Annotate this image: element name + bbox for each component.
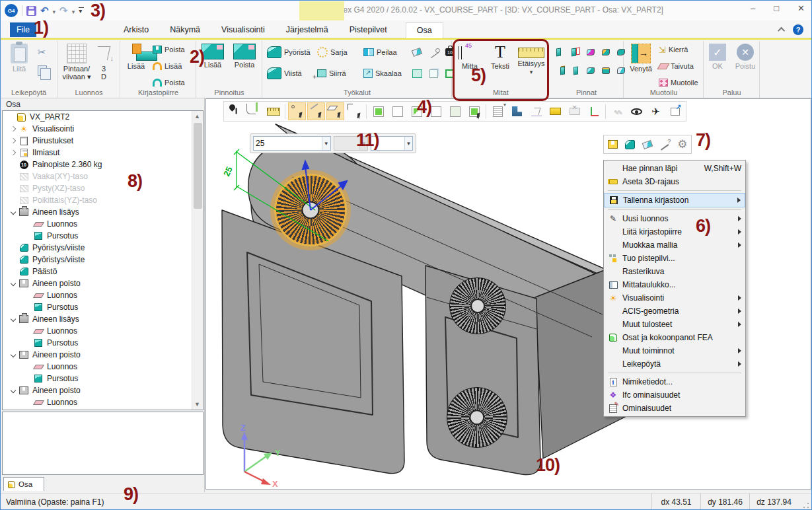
menu-item-hae-pinnan-lapi[interactable]: Hae pinnan läpiW,Shift+W (604, 162, 745, 175)
coating-remove-button[interactable]: Poista (230, 44, 259, 69)
tree-item[interactable]: Pyöristys/viiste (3, 242, 203, 254)
tree-item[interactable]: Pursotus (3, 373, 203, 384)
image-tool-button[interactable] (412, 67, 422, 79)
library-add-button[interactable]: Lisää (153, 60, 182, 72)
model-viewport[interactable]: 25 ▾ (205, 98, 811, 490)
sketch-3d-button[interactable]: 3D (91, 44, 116, 81)
menu-item-ifc-ominaisuudet[interactable]: Ifc ominaisuudet (604, 388, 745, 402)
menu-item-leikepoyta[interactable]: Leikepöytä (604, 357, 745, 371)
maximize-button[interactable]: □ (774, 3, 779, 13)
close-button[interactable]: ✕ (797, 3, 805, 13)
menu-item-aseta-3d-rajaus[interactable]: Aseta 3D-rajaus (604, 175, 745, 188)
redo-button[interactable] (59, 5, 68, 17)
tree-item[interactable]: Luonnos (3, 361, 203, 373)
expander-icon[interactable] (8, 139, 18, 143)
knurled-boss[interactable] (447, 387, 507, 448)
save-button[interactable] (26, 6, 36, 16)
menu-item-muut-toiminnot[interactable]: Muut toiminnot (604, 344, 745, 357)
tree-item[interactable]: Luonnos (3, 325, 203, 337)
surface-icon-9[interactable] (601, 65, 611, 76)
expander-icon[interactable] (8, 127, 18, 131)
dimension-value-input[interactable] (254, 139, 322, 148)
menu-item-acis-geometria[interactable]: ACIS-geometria (604, 305, 745, 318)
tree-item[interactable]: Aineen poisto (3, 349, 203, 361)
fillet-icon[interactable] (623, 137, 638, 152)
dimension-value-combo[interactable]: ▼ (253, 136, 331, 151)
minimize-button[interactable]: – (751, 3, 755, 13)
menu-item-uusi-luonnos[interactable]: Uusi luonnos (604, 212, 745, 225)
tree-item[interactable]: Pysty(XZ)-taso (3, 182, 203, 194)
menu-item-liita-kirjastopiirre[interactable]: Liitä kirjastopiirre (604, 225, 745, 238)
measure-tool-button[interactable] (429, 46, 440, 58)
tree-item[interactable]: Visualisointi (3, 123, 203, 135)
ok-button[interactable]: ✓ OK (706, 44, 729, 70)
eraser-icon[interactable] (640, 137, 655, 152)
knurled-boss-highlighted[interactable] (274, 174, 347, 246)
erase-tool-button[interactable] (412, 46, 422, 58)
distance-button[interactable]: Etäisyys (515, 44, 548, 75)
app-logo-icon[interactable]: G4 (5, 4, 18, 17)
tree-item[interactable]: Luonnos (3, 396, 203, 408)
chevron-down-icon[interactable]: ▼ (322, 137, 330, 150)
redo-dropdown-icon[interactable] (72, 5, 75, 17)
tab-visualisointi[interactable]: Visualisointi (211, 22, 276, 38)
wirecube-tool-button[interactable] (429, 67, 438, 79)
tree-item[interactable]: Pursotus (3, 337, 203, 349)
tree-item[interactable]: Päästö (3, 266, 203, 277)
surface-icon-7[interactable] (570, 65, 581, 76)
remove-material-icon[interactable] (605, 137, 620, 152)
coating-add-button[interactable]: Lisää (198, 44, 227, 69)
resize-grip[interactable] (802, 501, 810, 509)
tab-jarjestelma[interactable]: Järjestelmä (276, 22, 339, 38)
bend-button[interactable]: Taivuta (659, 60, 694, 72)
move-button[interactable]: Siirrä (317, 67, 346, 79)
file-menu-button[interactable]: File (10, 22, 36, 37)
tree-item[interactable]: 10Painopiste 2.360 kg (3, 159, 203, 170)
deform-button[interactable]: Muotoile (659, 77, 698, 89)
tree-item[interactable]: Pursotus (3, 230, 203, 242)
unit-combo[interactable]: ▼ (371, 136, 413, 151)
surface-icon-3[interactable] (585, 47, 596, 57)
surface-icon-8[interactable] (585, 65, 596, 76)
measure-query-icon[interactable] (657, 137, 672, 152)
customize-toolbar-button[interactable] (79, 7, 85, 15)
menu-item-nimiketiedot[interactable]: iNimiketiedot... (604, 375, 745, 388)
library-feature-add-button[interactable]: Lisää (122, 44, 150, 70)
expander-icon[interactable] (8, 151, 18, 155)
tab-arkisto[interactable]: Arkisto (113, 22, 159, 38)
library-remove2-button[interactable]: Poista (153, 77, 185, 89)
text-button[interactable]: T Teksti (487, 44, 513, 70)
unit-input[interactable] (371, 139, 404, 148)
help-icon[interactable]: ? (793, 24, 803, 35)
menu-item-muokkaa-mallia[interactable]: Muokkaa mallia (604, 238, 745, 252)
cut-button[interactable] (38, 46, 46, 58)
tree-item[interactable]: Luonnos (3, 289, 203, 301)
expander-icon[interactable] (8, 210, 18, 214)
undo-dropdown-icon[interactable] (53, 5, 56, 17)
undo-button[interactable] (40, 5, 49, 17)
tree-item[interactable]: Aineen poisto (3, 277, 203, 289)
tree-item[interactable]: Aineen poisto (3, 384, 203, 396)
chamfer-button[interactable]: Viistä (267, 67, 302, 79)
dimension-button[interactable]: 45 Mitta (455, 44, 484, 70)
tab-osa[interactable]: Osa (406, 22, 443, 38)
tab-nakyma[interactable]: Näkymä (159, 22, 211, 38)
menu-item-tuo-pistepilvi[interactable]: Tuo pistepilvi... (604, 252, 745, 265)
mirror-button[interactable]: Peilaa (363, 46, 397, 58)
library-remove-button[interactable]: Poista (153, 44, 185, 55)
surface-icon-1[interactable] (555, 47, 566, 57)
scale-button[interactable]: Skaalaa (363, 67, 402, 79)
tree-item[interactable]: Pyöristys/viiste (3, 254, 203, 266)
surface-icon-6[interactable] (555, 65, 566, 76)
stretch-button[interactable]: Venytä (626, 44, 656, 73)
exit-button[interactable]: ✕ Poistu (732, 44, 758, 70)
pattern-button[interactable]: Sarja (317, 46, 348, 58)
sketch-on-face-button[interactable]: Pintaan/ viivaan ▾ (59, 44, 94, 81)
tree-item[interactable]: Luonnos (3, 218, 203, 230)
paste-button[interactable]: Liitä (2, 44, 36, 73)
expander-icon[interactable] (8, 353, 18, 357)
menu-item-visualisointi[interactable]: Visualisointi (604, 291, 745, 305)
panel-tab-osa[interactable]: Osa (3, 477, 44, 491)
tree-item[interactable]: Vaaka(XY)-taso (3, 170, 203, 182)
expander-icon[interactable] (8, 317, 18, 321)
